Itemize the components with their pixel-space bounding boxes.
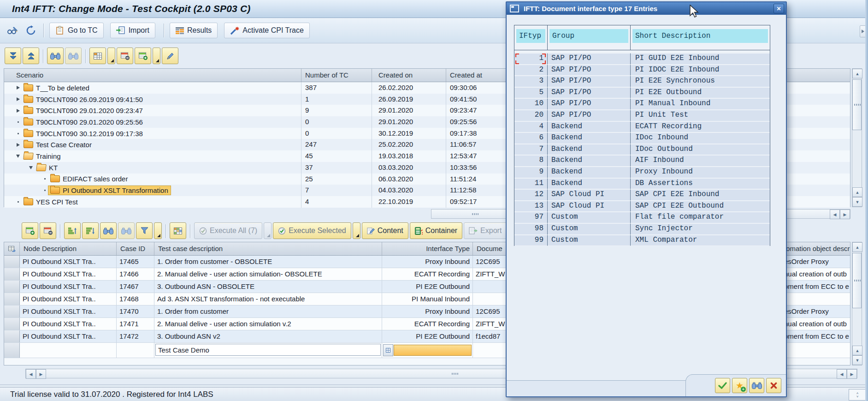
table-settings-button[interactable] — [170, 222, 186, 239]
column-layout-menu-button[interactable] — [107, 48, 115, 64]
tree-node[interactable]: T90CLNT090 29.01.2020 09:23:47 — [22, 106, 145, 115]
scroll-down-button[interactable]: ▼ — [852, 197, 862, 207]
dialog-title-bar[interactable]: IFTT: Document interface type 17 Entries… — [507, 2, 786, 15]
tree-expander-icon[interactable] — [14, 143, 22, 147]
column-header-scenario[interactable]: Scenario — [4, 69, 301, 82]
new-entry-button[interactable]: ★ + — [732, 378, 747, 393]
scroll-page-up-button[interactable]: ▲ — [852, 187, 862, 197]
results-button[interactable]: Results — [170, 23, 218, 38]
filter-button[interactable] — [136, 222, 153, 239]
scroll-left-button[interactable]: ◀ — [26, 369, 36, 379]
scroll-track[interactable] — [852, 78, 862, 187]
row-selector[interactable] — [4, 293, 20, 305]
tree-expander-icon[interactable] — [41, 178, 48, 180]
tree-node[interactable]: EDIFACT sales order — [48, 174, 130, 183]
scroll-thumb[interactable] — [852, 79, 862, 130]
scroll-page-up-button[interactable]: ▲ — [852, 346, 862, 355]
scroll-up-button[interactable]: ▲ — [852, 69, 862, 78]
tree-node[interactable]: YES CPI Test — [22, 198, 80, 206]
scroll-left-button[interactable]: ◀ — [830, 209, 840, 219]
scroll-thumb[interactable] — [852, 253, 862, 308]
interface-type-row[interactable]: 20 SAP PI/PO PI Unit Test — [514, 110, 770, 121]
execute-selected-menu-button[interactable] — [353, 222, 360, 239]
tree-node[interactable]: T90CLNT090 30.12.2019 09:17:38 — [22, 129, 145, 138]
interface-type-row[interactable]: 98 Custom Sync Injector — [514, 223, 770, 235]
go-to-tc-button[interactable]: Go to TC — [49, 23, 104, 38]
column-header-node-description[interactable]: Node Description — [20, 242, 117, 255]
find-next-button[interactable] — [65, 48, 82, 64]
interface-type-row[interactable]: 1 SAP PI/PO PI GUID E2E Inbound — [514, 53, 770, 65]
select-all-header[interactable] — [4, 242, 20, 255]
tree-node[interactable]: Test Case Creator — [22, 140, 94, 149]
interface-type-row[interactable]: 7 Backend IDoc Outbound — [514, 144, 770, 156]
find-next-button[interactable] — [118, 222, 135, 239]
interface-type-row[interactable]: 2 SAP PI/PO PI IDOC E2E Inbound — [514, 65, 770, 76]
continue-button[interactable] — [715, 378, 730, 393]
column-header-test-case-description[interactable]: Test case description — [154, 242, 382, 255]
collapse-all-button[interactable] — [23, 48, 39, 64]
expand-all-button[interactable] — [5, 48, 21, 64]
find-button[interactable] — [749, 378, 764, 393]
delete-row-button[interactable] — [40, 222, 56, 239]
row-selector[interactable] — [4, 281, 20, 293]
tree-node[interactable]: KT — [35, 163, 60, 172]
scroll-track[interactable] — [852, 252, 862, 346]
tree-node[interactable]: T90CLNT090 29.01.2020 09:25:56 — [22, 118, 145, 126]
column-header-number-of-tc[interactable]: Number of TC — [301, 69, 372, 82]
export-button[interactable]: Export — [464, 222, 507, 239]
tree-expander-icon[interactable] — [14, 201, 22, 203]
content-button[interactable]: Content — [362, 222, 408, 239]
row-selector[interactable] — [4, 256, 20, 268]
interface-type-row[interactable]: 12 SAP Cloud PI SAP CPI E2E Inbound — [514, 189, 770, 201]
interface-type-row[interactable]: 97 Custom Flat file comparator — [514, 212, 770, 223]
execute-all-button[interactable]: Execute All (7) — [194, 222, 262, 239]
refresh-button[interactable] — [23, 23, 39, 38]
cancel-button[interactable] — [766, 378, 781, 393]
row-selector[interactable] — [4, 343, 20, 358]
insert-row-menu-button[interactable] — [153, 48, 160, 64]
column-layout-button[interactable] — [89, 48, 106, 64]
filter-menu-button[interactable] — [154, 222, 162, 239]
interface-type-row[interactable]: 10 SAP PI/PO PI Manual Inbound — [514, 98, 770, 110]
scroll-right-button[interactable]: ▶ — [36, 369, 46, 379]
interface-type-row[interactable]: 11 Backend DB Assertions — [514, 178, 770, 190]
display-change-button[interactable] — [5, 23, 20, 38]
interface-type-row[interactable]: 13 SAP Cloud PI SAP CPI E2E Outbound — [514, 201, 770, 212]
interface-type-row[interactable]: 9 Backend Proxy Inbound — [514, 167, 770, 178]
tree-expander-icon[interactable] — [14, 97, 22, 101]
column-header-automation-object[interactable]: tomation object descr — [784, 242, 850, 255]
row-selector[interactable] — [4, 268, 20, 280]
delete-row-button[interactable] — [117, 48, 133, 64]
interface-type-row[interactable]: 3 SAP PI/PO PI E2E Synchronous — [514, 76, 770, 87]
interface-type-row[interactable]: 99 Custom XML Comparator — [514, 235, 770, 246]
execute-all-menu-button[interactable] — [264, 222, 272, 239]
container-button[interactable]: Container — [410, 222, 462, 239]
column-header-created-on[interactable]: Created on — [372, 69, 446, 82]
tree-node[interactable]: T90CLNT090 26.09.2019 09:41:50 — [22, 95, 145, 104]
scroll-down-button[interactable]: ▼ — [852, 355, 862, 365]
tree-node[interactable]: Training — [22, 152, 63, 161]
close-button[interactable]: ✕ — [774, 4, 784, 13]
tree-node[interactable]: PI Outbound XSLT Transformation — [48, 186, 171, 195]
interface-type-row[interactable]: 4 Backend ECATT Recording — [514, 121, 770, 133]
scroll-right-button[interactable]: ▶ — [840, 209, 850, 219]
interface-type-row[interactable]: 6 Backend IDoc Inbound — [514, 132, 770, 144]
column-header-interface-type[interactable]: Interface Type — [382, 242, 473, 255]
interface-type-input[interactable] — [394, 345, 472, 356]
interface-type-row[interactable]: 5 SAP PI/PO PI E2E Outbound — [514, 87, 770, 99]
tree-expander-icon[interactable] — [14, 109, 22, 113]
tree-expander-icon[interactable] — [14, 133, 22, 134]
insert-row-button[interactable] — [135, 48, 151, 64]
sort-descending-button[interactable] — [82, 222, 99, 239]
row-selector[interactable] — [4, 318, 20, 330]
tree-expander-icon[interactable] — [27, 166, 35, 169]
activate-cpi-trace-button[interactable]: Activate CPI Trace — [224, 23, 310, 38]
execute-selected-button[interactable]: Execute Selected — [273, 222, 351, 239]
test-case-description-input[interactable] — [155, 344, 381, 356]
scroll-left-button[interactable]: ◀ — [837, 369, 847, 379]
scroll-up-button[interactable]: ▲ — [852, 242, 862, 252]
find-button[interactable] — [47, 48, 64, 64]
tree-expander-icon[interactable] — [14, 121, 22, 123]
insert-row-button[interactable] — [22, 222, 38, 239]
column-header-case-id[interactable]: Case ID — [117, 242, 154, 255]
